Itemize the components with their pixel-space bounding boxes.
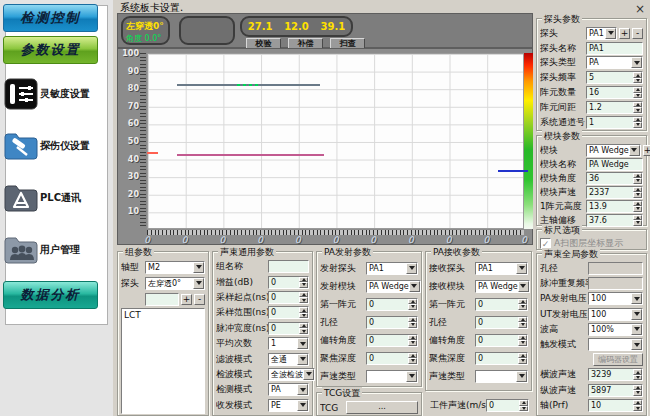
spin-down-icon[interactable] (299, 297, 308, 303)
trigger-mode[interactable] (588, 338, 643, 351)
spin-down-icon[interactable] (633, 78, 642, 84)
spin-down-icon[interactable] (633, 93, 642, 99)
detect-control-button[interactable]: 检测控制 (3, 4, 98, 32)
tcg-button[interactable]: ... (346, 401, 418, 414)
add-button[interactable]: + (643, 145, 650, 156)
longitudinal-wave-velocity[interactable]: 5897 (588, 384, 643, 397)
average-count[interactable]: 1 (268, 337, 309, 350)
sidebar-item-users[interactable]: 用户管理 (2, 224, 100, 276)
txrx-mode[interactable]: PE (268, 399, 309, 412)
wedge-select[interactable]: PA Wedge (586, 144, 641, 157)
chevron-down-icon[interactable] (516, 263, 527, 274)
rx-focus-depth[interactable]: 0 (475, 352, 528, 365)
element-pitch[interactable]: 1.2 (586, 101, 643, 114)
wedge-name[interactable]: PA Wedge (586, 158, 643, 171)
spin-down-icon[interactable] (299, 328, 308, 334)
chevron-down-icon[interactable] (297, 400, 308, 411)
spin-down-icon[interactable] (408, 322, 417, 328)
rx-first-element[interactable]: 0 (475, 298, 528, 311)
data-analysis-button[interactable]: 数据分析 (3, 281, 98, 309)
spin-down-icon[interactable] (633, 390, 642, 396)
prf-axis[interactable]: 10 (588, 399, 643, 412)
spin-down-icon[interactable] (518, 322, 527, 328)
wave-height[interactable]: 100% (588, 323, 643, 336)
filter-mode[interactable]: 全通 (268, 353, 309, 366)
spin-down-icon[interactable] (299, 313, 308, 319)
remove-button[interactable]: - (632, 28, 643, 39)
chevron-down-icon[interactable] (605, 28, 616, 39)
wedge-angle[interactable]: 36 (586, 172, 643, 185)
add-button[interactable]: + (181, 294, 192, 305)
element-count[interactable]: 16 (586, 86, 643, 99)
list-item[interactable]: LCT (124, 310, 202, 320)
tx-wedge[interactable]: PA Wedge (366, 280, 421, 293)
spin-down-icon[interactable] (633, 405, 642, 411)
group-list[interactable]: LCT (121, 308, 205, 414)
main-axis-offset[interactable]: 37.6 (586, 214, 643, 227)
chevron-down-icon[interactable] (631, 309, 642, 320)
chevron-down-icon[interactable] (516, 371, 527, 382)
chevron-down-icon[interactable] (193, 278, 204, 289)
spin-down-icon[interactable] (633, 178, 642, 184)
spin-down-icon[interactable] (633, 375, 642, 381)
rx-aperture[interactable]: 0 (475, 316, 528, 329)
chevron-down-icon[interactable] (406, 263, 417, 274)
group-name[interactable] (268, 260, 309, 273)
chevron-down-icon[interactable] (297, 338, 308, 349)
chevron-down-icon[interactable] (631, 339, 642, 350)
tx-probe[interactable]: PA1 (366, 262, 418, 275)
tx-first-element[interactable]: 0 (366, 298, 418, 311)
first-element-height[interactable]: 13.9 (586, 200, 643, 213)
sample-start[interactable]: 0 (268, 291, 309, 304)
spin-down-icon[interactable] (633, 220, 642, 226)
add-button[interactable]: + (619, 28, 630, 39)
axis-type[interactable]: M2 (145, 261, 205, 274)
probe-frequency[interactable]: 5 (586, 71, 643, 84)
remove-button[interactable]: - (194, 294, 205, 305)
pulse-width[interactable]: 0 (268, 322, 309, 335)
probe-name[interactable]: PA1 (586, 42, 643, 55)
chevron-down-icon[interactable] (406, 371, 417, 382)
sidebar-item-sensitivity[interactable]: 灵敏度设置 (2, 68, 100, 120)
chevron-down-icon[interactable] (303, 369, 314, 380)
spin-down-icon[interactable] (299, 282, 308, 288)
tx-focus-depth[interactable]: 0 (366, 352, 418, 365)
spin-down-icon[interactable] (408, 358, 417, 364)
chevron-down-icon[interactable] (631, 324, 642, 335)
spin-down-icon[interactable] (633, 206, 642, 212)
spin-down-icon[interactable] (518, 304, 527, 310)
rectify-mode[interactable]: 全波检波 (268, 368, 315, 381)
ut-transmit-voltage[interactable]: 100 (588, 308, 643, 321)
chevron-down-icon[interactable] (629, 145, 640, 156)
chevron-down-icon[interactable] (518, 281, 529, 292)
group-add-field[interactable] (145, 293, 179, 306)
rx-wedge[interactable]: PA Wedge (475, 280, 530, 293)
probe-type[interactable]: PA (586, 56, 643, 69)
chevron-down-icon[interactable] (193, 262, 204, 273)
gain[interactable]: 0 (268, 276, 309, 289)
param-settings-button[interactable]: 参数设置 (3, 36, 98, 64)
rx-velocity-type[interactable] (475, 370, 528, 383)
spin-down-icon[interactable] (408, 340, 417, 346)
chevron-down-icon[interactable] (297, 384, 308, 395)
rx-deflect-angle[interactable]: 0 (475, 334, 528, 347)
close-icon[interactable]: × (634, 2, 646, 16)
detect-mode[interactable]: PA (268, 383, 309, 396)
spin-down-icon[interactable] (408, 304, 417, 310)
spin-down-icon[interactable] (633, 122, 642, 128)
tx-aperture[interactable]: 0 (366, 316, 418, 329)
chevron-down-icon[interactable] (297, 354, 308, 365)
rx-probe[interactable]: PA1 (475, 262, 528, 275)
system-channel[interactable]: 1 (586, 116, 643, 129)
spin-down-icon[interactable] (633, 192, 642, 198)
workpiece-velocity-field[interactable]: 0 (486, 399, 529, 412)
wedge-velocity[interactable]: 2337 (586, 186, 643, 199)
spin-down-icon[interactable] (633, 107, 642, 113)
tx-velocity-type[interactable] (366, 370, 418, 383)
probe-select[interactable]: PA1 (586, 27, 617, 40)
spin-down-icon[interactable] (518, 340, 527, 346)
shear-wave-velocity[interactable]: 3239 (588, 368, 643, 381)
sample-range[interactable]: 0 (268, 306, 309, 319)
spin-down-icon[interactable] (518, 358, 527, 364)
chevron-down-icon[interactable] (409, 281, 420, 292)
